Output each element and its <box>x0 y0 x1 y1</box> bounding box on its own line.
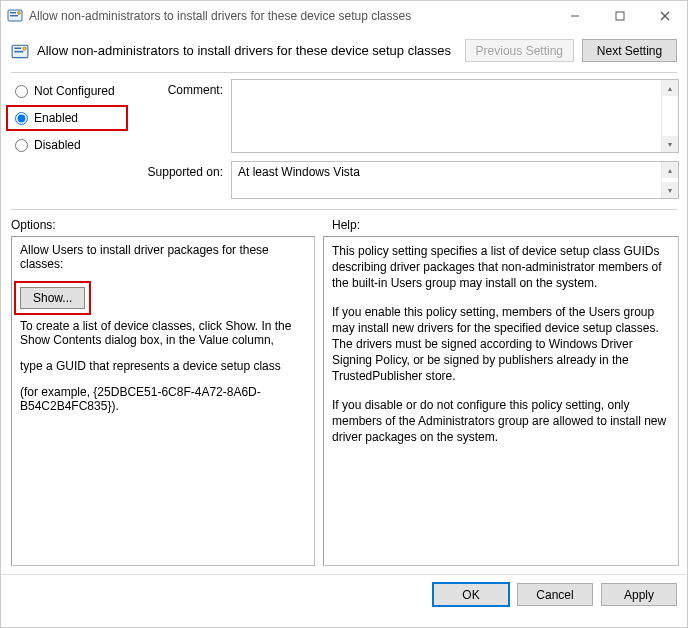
header-row: Allow non-administrators to install driv… <box>1 31 687 72</box>
svg-rect-2 <box>10 15 18 16</box>
state-area: Not Configured Enabled Disabled Comment:… <box>1 73 687 203</box>
state-radio-group: Not Configured Enabled Disabled <box>11 79 123 199</box>
radio-not-configured[interactable]: Not Configured <box>11 83 123 99</box>
titlebar: Allow non-administrators to install driv… <box>1 1 687 31</box>
radio-disabled-label: Disabled <box>34 138 81 152</box>
radio-enabled[interactable]: Enabled <box>11 110 123 126</box>
svg-rect-9 <box>14 47 21 49</box>
radio-not-configured-label: Not Configured <box>34 84 115 98</box>
options-instruction-3: (for example, {25DBCE51-6C8F-4A72-8A6D-B… <box>20 385 306 413</box>
window-title: Allow non-administrators to install driv… <box>29 9 552 23</box>
close-button[interactable] <box>642 1 687 31</box>
options-intro: Allow Users to install driver packages f… <box>20 243 306 271</box>
radio-enabled-input[interactable] <box>15 112 28 125</box>
cancel-button[interactable]: Cancel <box>517 583 593 606</box>
maximize-button[interactable] <box>597 1 642 31</box>
svg-point-11 <box>23 47 26 50</box>
radio-not-configured-input[interactable] <box>15 85 28 98</box>
policy-name: Allow non-administrators to install driv… <box>37 43 457 58</box>
help-label: Help: <box>332 218 360 232</box>
scroll-up-icon[interactable]: ▴ <box>662 80 678 96</box>
policy-icon <box>11 43 29 61</box>
options-panel: Allow Users to install driver packages f… <box>11 236 315 566</box>
panels-row: Allow Users to install driver packages f… <box>1 236 687 572</box>
svg-rect-1 <box>10 12 16 13</box>
radio-disabled-input[interactable] <box>15 139 28 152</box>
help-paragraph-2: If you enable this policy setting, membe… <box>332 304 670 385</box>
supported-on-label: Supported on: <box>135 161 223 199</box>
comment-scrollbar[interactable]: ▴ ▾ <box>661 80 678 152</box>
options-instruction-2: type a GUID that represents a device set… <box>20 359 306 373</box>
options-label: Options: <box>11 218 316 232</box>
radio-disabled[interactable]: Disabled <box>11 137 123 153</box>
options-instruction-1: To create a list of device classes, clic… <box>20 319 306 347</box>
apply-button[interactable]: Apply <box>601 583 677 606</box>
svg-rect-10 <box>14 50 23 52</box>
supported-on-value: At least Windows Vista <box>238 165 360 179</box>
svg-point-3 <box>18 12 21 15</box>
next-setting-button[interactable]: Next Setting <box>582 39 677 62</box>
help-paragraph-1: This policy setting specifies a list of … <box>332 243 670 292</box>
scroll-down-icon[interactable]: ▾ <box>662 182 678 198</box>
minimize-button[interactable] <box>552 1 597 31</box>
scroll-down-icon[interactable]: ▾ <box>662 136 678 152</box>
policy-icon <box>7 8 23 24</box>
supported-on-field: At least Windows Vista ▴ ▾ <box>231 161 679 199</box>
previous-setting-button: Previous Setting <box>465 39 574 62</box>
section-labels: Options: Help: <box>1 210 687 236</box>
dialog-footer: OK Cancel Apply <box>1 574 687 614</box>
comment-field[interactable]: ▴ ▾ <box>231 79 679 153</box>
radio-enabled-label: Enabled <box>34 111 78 125</box>
supported-scrollbar[interactable]: ▴ ▾ <box>661 162 678 198</box>
comment-label: Comment: <box>135 79 223 153</box>
window-controls <box>552 1 687 31</box>
help-paragraph-3: If you disable or do not configure this … <box>332 397 670 446</box>
help-panel: This policy setting specifies a list of … <box>323 236 679 566</box>
svg-rect-5 <box>616 12 624 20</box>
ok-button[interactable]: OK <box>433 583 509 606</box>
show-button[interactable]: Show... <box>20 287 85 309</box>
scroll-up-icon[interactable]: ▴ <box>662 162 678 178</box>
